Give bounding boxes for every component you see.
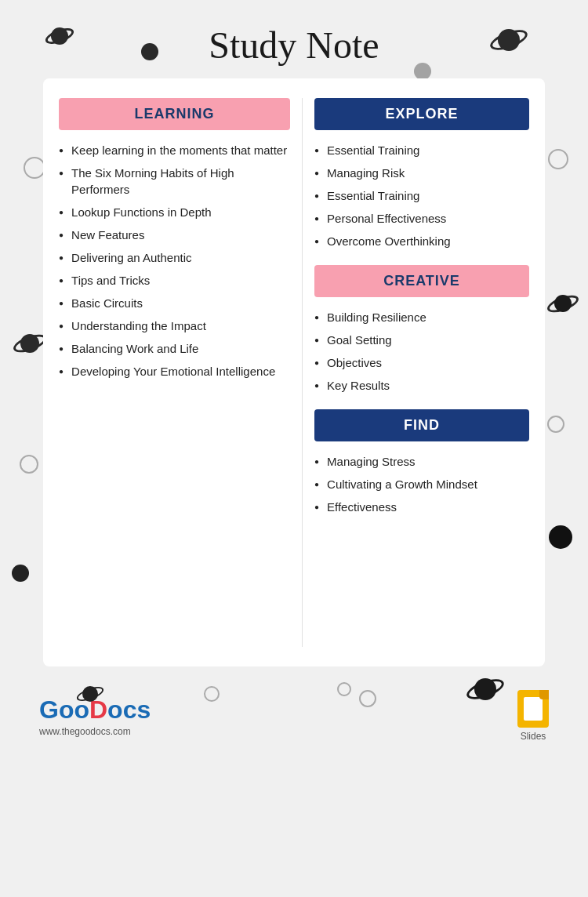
- list-item: Building Resilience: [314, 309, 529, 325]
- deco-planet-6: [12, 565, 29, 585]
- deco-planet-2: [141, 43, 158, 64]
- list-item: Basic Circuits: [59, 295, 290, 311]
- list-item: Balancing Work and Life: [59, 340, 290, 357]
- slides-badge-inner: [524, 697, 543, 721]
- list-item: Delivering an Authentic: [59, 249, 290, 266]
- deco-planet-1: [47, 24, 72, 49]
- list-item: Overcome Overthinking: [314, 233, 529, 249]
- list-item: Key Results: [314, 377, 529, 394]
- list-item: Managing Risk: [314, 165, 529, 181]
- explore-header: EXPLORE: [314, 98, 529, 130]
- section-find: FINDManaging StressCultivating a Growth …: [314, 409, 529, 515]
- page-wrapper: Study Note LEARNING Keep learning in the…: [0, 0, 588, 897]
- find-list: Managing StressCultivating a Growth Mind…: [314, 453, 529, 515]
- list-item: Personal Effectiveness: [314, 210, 529, 227]
- list-item: Goal Setting: [314, 332, 529, 348]
- deco-planet-3: [492, 24, 525, 56]
- list-item: Objectives: [314, 354, 529, 371]
- deco-ring-3: [548, 149, 568, 172]
- list-item: New Features: [59, 227, 290, 243]
- creative-header: CREATIVE: [314, 265, 529, 297]
- deco-planet-bot-2: [469, 673, 502, 706]
- deco-planet-7: [550, 290, 576, 317]
- section-creative: CREATIVEBuilding ResilienceGoal SettingO…: [314, 265, 529, 394]
- main-card: LEARNING Keep learning in the moments th…: [43, 78, 545, 666]
- list-item: Tips and Tricks: [59, 272, 290, 289]
- list-item: Keep learning in the moments that matter: [59, 142, 290, 158]
- section-explore: EXPLOREEssential TrainingManaging RiskEs…: [314, 98, 529, 249]
- learning-list: Keep learning in the moments that matter…: [59, 142, 290, 380]
- list-item: Developing Your Emotional Intelligence: [59, 363, 290, 380]
- list-item: Understanding the Impact: [59, 318, 290, 334]
- list-item: The Six Morning Habits of High Performer…: [59, 165, 290, 198]
- slides-icon: Slides: [517, 690, 549, 742]
- deco-planet-5: [16, 329, 44, 358]
- explore-list: Essential TrainingManaging RiskEssential…: [314, 142, 529, 249]
- left-column: LEARNING Keep learning in the moments th…: [59, 98, 302, 647]
- brand-ocs: ocs: [107, 695, 151, 724]
- deco-ring-2: [20, 455, 38, 477]
- slides-label: Slides: [521, 731, 546, 742]
- deco-ring-4: [547, 416, 564, 436]
- learning-header: LEARNING: [59, 98, 290, 130]
- right-column: EXPLOREEssential TrainingManaging RiskEs…: [303, 98, 529, 647]
- deco-ring-bot-3: [359, 690, 376, 710]
- deco-ring-1: [24, 157, 45, 182]
- deco-ring-bot-2: [337, 682, 351, 699]
- deco-planet-bot-1: [78, 682, 102, 706]
- find-header: FIND: [314, 409, 529, 441]
- slides-badge: [517, 690, 549, 728]
- list-item: Lookup Functions in Depth: [59, 204, 290, 220]
- list-item: Cultivating a Growth Mindset: [314, 476, 529, 492]
- deco-ring-bot-1: [204, 686, 220, 705]
- list-item: Effectiveness: [314, 499, 529, 515]
- brand-url: www.thegoodocs.com: [39, 726, 151, 737]
- list-item: Managing Stress: [314, 453, 529, 470]
- deco-planet-8: [549, 525, 572, 552]
- creative-list: Building ResilienceGoal SettingObjective…: [314, 309, 529, 394]
- list-item: Essential Training: [314, 187, 529, 204]
- list-item: Essential Training: [314, 142, 529, 158]
